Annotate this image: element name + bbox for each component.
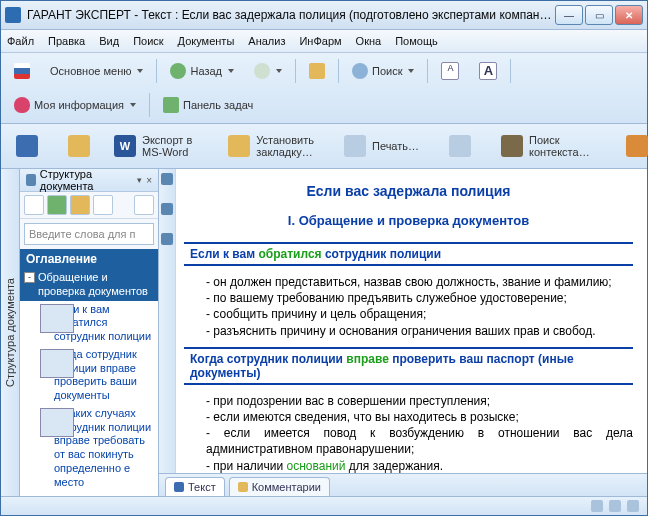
main-menu-button[interactable]: Основное меню bbox=[43, 57, 150, 85]
panel-icon bbox=[163, 97, 179, 113]
font-large-icon: A bbox=[479, 62, 497, 80]
tool-3[interactable] bbox=[70, 195, 90, 215]
status-bar bbox=[1, 496, 647, 515]
gutter-marker[interactable] bbox=[161, 173, 173, 185]
forward-button[interactable] bbox=[247, 57, 289, 85]
home-icon bbox=[309, 63, 325, 79]
app-icon bbox=[5, 7, 21, 23]
preview-icon bbox=[449, 135, 471, 157]
doc-section: I. Обращение и проверка документов bbox=[184, 213, 633, 228]
home-button[interactable] bbox=[302, 57, 332, 85]
para: - при подозрении вас в совершении престу… bbox=[206, 393, 633, 409]
print-icon bbox=[344, 135, 366, 157]
sidebar-menu-icon[interactable]: ▾ bbox=[137, 175, 142, 185]
task-panel-button[interactable]: Панель задач bbox=[156, 91, 260, 119]
flag-icon bbox=[14, 63, 30, 79]
print-button[interactable]: Печать… bbox=[335, 128, 434, 164]
binoculars-icon bbox=[501, 135, 523, 157]
toc-item-1[interactable]: Если к вам обратился сотрудник полиции bbox=[20, 301, 158, 346]
font-inc-button[interactable]: A bbox=[472, 57, 504, 85]
tab-comments[interactable]: Комментарии bbox=[229, 477, 330, 496]
menu-file[interactable]: Файл bbox=[7, 35, 34, 47]
toc-header: Оглавление bbox=[20, 249, 158, 269]
toolbar-secondary: WЭкспорт в MS-Word Установить закладку… … bbox=[1, 124, 647, 169]
tool-5[interactable] bbox=[134, 195, 154, 215]
gutter-marker[interactable] bbox=[161, 203, 173, 215]
para: - если имеются сведения, что вы находите… bbox=[206, 409, 633, 425]
context-search-button[interactable]: Поиск контекста… bbox=[492, 128, 605, 164]
menu-help[interactable]: Помощь bbox=[395, 35, 438, 47]
text-icon bbox=[174, 482, 184, 492]
para: - при наличии оснований для задержания. bbox=[206, 458, 633, 474]
menubar: Файл Правка Вид Поиск Документы Анализ И… bbox=[1, 30, 647, 53]
para: - сообщить причину и цель обращения; bbox=[206, 306, 633, 322]
control-icon bbox=[626, 135, 648, 157]
heading-band-1: Если к вам обратился сотрудник полиции bbox=[184, 242, 633, 266]
toc-tree[interactable]: -Обращение и проверка документов Если к … bbox=[20, 269, 158, 496]
open-button[interactable] bbox=[59, 128, 99, 164]
back-icon bbox=[170, 63, 186, 79]
menu-edit[interactable]: Правка bbox=[48, 35, 85, 47]
heart-icon bbox=[14, 97, 30, 113]
toolbar-primary: Основное меню Назад Поиск A A Моя информ… bbox=[1, 53, 647, 124]
tool-4[interactable] bbox=[93, 195, 113, 215]
status-icon-1[interactable] bbox=[591, 500, 603, 512]
search-icon bbox=[352, 63, 368, 79]
status-icon-2[interactable] bbox=[609, 500, 621, 512]
minimize-button[interactable]: — bbox=[555, 5, 583, 25]
toc-item-2[interactable]: Когда сотрудник полиции вправе проверить… bbox=[20, 346, 158, 405]
word-icon: W bbox=[114, 135, 136, 157]
my-info-button[interactable]: Моя информация bbox=[7, 91, 143, 119]
close-button[interactable]: ✕ bbox=[615, 5, 643, 25]
structure-icon bbox=[26, 174, 36, 186]
tool-2[interactable] bbox=[47, 195, 67, 215]
doc-title: Если вас задержала полиция bbox=[184, 183, 633, 199]
save-icon bbox=[16, 135, 38, 157]
heading-band-2: Когда сотрудник полиции вправе проверить… bbox=[184, 347, 633, 385]
gutter-marker[interactable] bbox=[161, 233, 173, 245]
chevron-down-icon bbox=[137, 69, 143, 73]
para: - он должен представиться, назвав свою д… bbox=[206, 274, 633, 290]
tool-1[interactable] bbox=[24, 195, 44, 215]
menu-view[interactable]: Вид bbox=[99, 35, 119, 47]
toc-item-3[interactable]: В каких случаях сотрудник полиции вправе… bbox=[20, 405, 158, 492]
print-preview-button[interactable] bbox=[440, 128, 480, 164]
menu-infarm[interactable]: ИнФарм bbox=[299, 35, 341, 47]
control-button[interactable]: Поставить на контроль bbox=[617, 128, 648, 164]
maximize-button[interactable]: ▭ bbox=[585, 5, 613, 25]
para: - разъяснить причину и основания огранич… bbox=[206, 323, 633, 339]
sidebar: Структура документа ▾ × Введите слова дл… bbox=[20, 169, 159, 496]
sidebar-tools bbox=[20, 192, 158, 219]
sidebar-close-icon[interactable]: × bbox=[146, 175, 152, 186]
margin-gutter bbox=[159, 169, 176, 473]
menu-documents[interactable]: Документы bbox=[178, 35, 235, 47]
para: - если имеется повод к возбуждению в отн… bbox=[206, 425, 633, 457]
bookmark-button[interactable]: Установить закладку… bbox=[219, 128, 323, 164]
comments-icon bbox=[238, 482, 248, 492]
sidebar-search-input[interactable]: Введите слова для п bbox=[24, 223, 154, 245]
open-icon bbox=[68, 135, 90, 157]
font-small-icon: A bbox=[441, 62, 459, 80]
flag-button[interactable] bbox=[7, 57, 37, 85]
menu-search[interactable]: Поиск bbox=[133, 35, 163, 47]
menu-analysis[interactable]: Анализ bbox=[248, 35, 285, 47]
forward-icon bbox=[254, 63, 270, 79]
toc-item-0[interactable]: -Обращение и проверка документов bbox=[20, 269, 158, 301]
vertical-tab-structure[interactable]: Структура документа bbox=[1, 169, 20, 496]
bottom-tabs: Текст Комментарии bbox=[159, 473, 647, 496]
search-button[interactable]: Поиск bbox=[345, 57, 421, 85]
document-view[interactable]: Если вас задержала полиция I. Обращение … bbox=[176, 169, 647, 473]
sidebar-header: Структура документа ▾ × bbox=[20, 169, 158, 192]
back-button[interactable]: Назад bbox=[163, 57, 241, 85]
titlebar: ГАРАНТ ЭКСПЕРТ - Текст : Если вас задерж… bbox=[1, 1, 647, 30]
save-button[interactable] bbox=[7, 128, 53, 164]
bookmark-icon bbox=[228, 135, 250, 157]
font-dec-button[interactable]: A bbox=[434, 57, 466, 85]
menu-windows[interactable]: Окна bbox=[356, 35, 382, 47]
export-word-button[interactable]: WЭкспорт в MS-Word bbox=[105, 128, 207, 164]
status-icon-3[interactable] bbox=[627, 500, 639, 512]
window-title: ГАРАНТ ЭКСПЕРТ - Текст : Если вас задерж… bbox=[27, 8, 555, 22]
tab-text[interactable]: Текст bbox=[165, 477, 225, 496]
para: - по вашему требованию предъявить служеб… bbox=[206, 290, 633, 306]
